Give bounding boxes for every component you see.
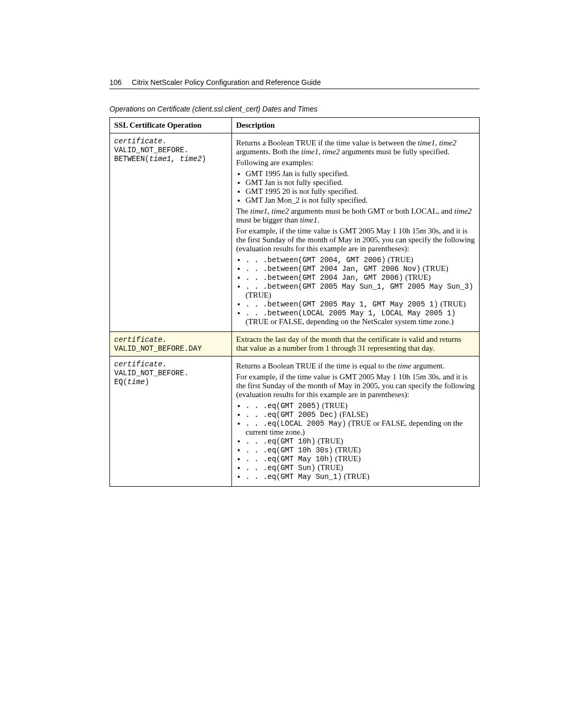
example-list: GMT 1995 Jan is fully specified. GMT Jan… bbox=[236, 169, 475, 205]
list-item: . . .between(GMT 2004 Jan, GMT 2006) (TR… bbox=[246, 273, 475, 282]
list-item: . . .between(GMT 2004 Jan, GMT 2006 Nov)… bbox=[246, 264, 475, 273]
list-item: . . .eq(GMT 2005 Dec) (FALSE) bbox=[246, 410, 475, 419]
operation-cell: certificate. VALID_NOT_BEFORE.DAY bbox=[110, 332, 232, 356]
list-item: . . .between(GMT 2004, GMT 2006) (TRUE) bbox=[246, 255, 475, 264]
desc-para: Returns a Boolean TRUE if the time value… bbox=[236, 139, 475, 156]
list-item: . . .eq(GMT May 10h) (TRUE) bbox=[246, 454, 475, 463]
list-item: . . .eq(GMT May Sun_1) (TRUE) bbox=[246, 472, 475, 481]
list-item: GMT Jan Mon_2 is not fully specified. bbox=[246, 196, 475, 205]
desc-para: Following are examples: bbox=[236, 158, 475, 167]
code-list: . . .eq(GMT 2005) (TRUE) . . .eq(GMT 200… bbox=[236, 401, 475, 481]
list-item: . . .eq(GMT Sun) (TRUE) bbox=[246, 463, 475, 472]
list-item: . . .eq(GMT 10h) (TRUE) bbox=[246, 437, 475, 446]
list-item: GMT 1995 20 is not fully specified. bbox=[246, 187, 475, 196]
list-item: . . .eq(LOCAL 2005 May) (TRUE or FALSE, … bbox=[246, 419, 475, 437]
page-header: 106 Citrix NetScaler Policy Configuratio… bbox=[109, 78, 480, 89]
table-row: certificate. VALID_NOT_BEFORE.DAY Extrac… bbox=[110, 332, 480, 356]
desc-para: For example, if the time value is GMT 20… bbox=[236, 373, 475, 399]
description-cell: Returns a Boolean TRUE if the time is eq… bbox=[231, 356, 479, 487]
page-number: 106 bbox=[109, 78, 121, 87]
list-item: . . .between(GMT 2005 May Sun_1, GMT 200… bbox=[246, 282, 475, 300]
operation-cell: certificate. VALID_NOT_BEFORE. BETWEEN(t… bbox=[110, 133, 232, 332]
list-item: GMT Jan is not fully specified. bbox=[246, 178, 475, 187]
table-row: certificate. VALID_NOT_BEFORE. EQ(time) … bbox=[110, 356, 480, 487]
description-cell: Extracts the last day of the month that … bbox=[231, 332, 479, 356]
table-header-row: SSL Certificate Operation Description bbox=[110, 118, 480, 133]
code-list: . . .between(GMT 2004, GMT 2006) (TRUE) … bbox=[236, 255, 475, 326]
list-item: . . .between(GMT 2005 May 1, GMT May 200… bbox=[246, 300, 475, 309]
col-header-operation: SSL Certificate Operation bbox=[110, 118, 232, 133]
desc-para: The time1, time2 arguments must be both … bbox=[236, 207, 475, 225]
list-item: GMT 1995 Jan is fully specified. bbox=[246, 169, 475, 178]
page-title: Citrix NetScaler Policy Configuration an… bbox=[132, 78, 321, 87]
table-row: certificate. VALID_NOT_BEFORE. BETWEEN(t… bbox=[110, 133, 480, 332]
table-caption: Operations on Certificate (client.ssl.cl… bbox=[109, 105, 480, 113]
description-cell: Returns a Boolean TRUE if the time value… bbox=[231, 133, 479, 332]
operation-cell: certificate. VALID_NOT_BEFORE. EQ(time) bbox=[110, 356, 232, 487]
ssl-cert-table: SSL Certificate Operation Description ce… bbox=[109, 117, 480, 487]
list-item: . . .eq(GMT 10h 30s) (TRUE) bbox=[246, 446, 475, 454]
list-item: . . .eq(GMT 2005) (TRUE) bbox=[246, 401, 475, 410]
list-item: . . .between(LOCAL 2005 May 1, LOCAL May… bbox=[246, 309, 475, 326]
desc-para: Returns a Boolean TRUE if the time is eq… bbox=[236, 362, 475, 371]
desc-para: For example, if the time value is GMT 20… bbox=[236, 227, 475, 253]
page: 106 Citrix NetScaler Policy Configuratio… bbox=[0, 0, 563, 528]
col-header-description: Description bbox=[231, 118, 479, 133]
